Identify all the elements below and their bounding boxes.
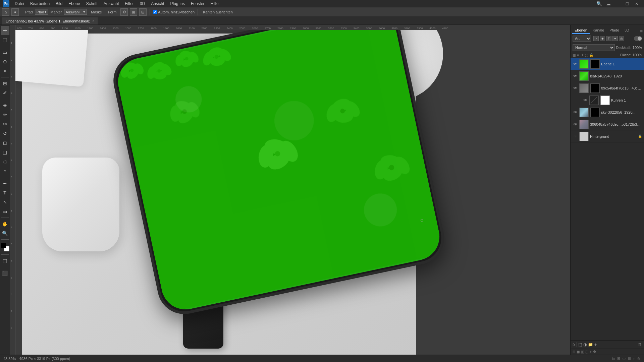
layer-visibility-kurven[interactable]: 👁 [583,98,588,103]
lock-transparent-icon[interactable]: ▦ [573,53,576,57]
tab-ebenen[interactable]: Ebenen [572,27,590,34]
move-tool[interactable]: ✛ [1,26,9,35]
search-type-select[interactable]: Art Name Effekt [573,36,591,42]
filter-type-icon[interactable]: T [606,36,611,41]
bottom-icon-3[interactable]: ◫ [581,350,584,354]
menu-filter[interactable]: Filter [122,1,137,7]
bottom-icon-1[interactable]: ⊞ [573,350,575,354]
menu-auswahl[interactable]: Auswahl [101,1,121,7]
layer-item-sky-hash[interactable]: 👁 09c540e4f70d13...43ce46bd18f3f2 [571,82,644,94]
new-layer-btn[interactable]: + [594,342,597,347]
shape-tool[interactable]: ▭ [1,207,9,216]
layer-item-hintergrund[interactable]: 👁 Hintergrund 🔒 [571,130,644,142]
filter-smart-icon[interactable]: ◎ [619,36,624,41]
bottom-icon-5[interactable]: + [590,350,592,354]
eraser-tool[interactable]: ◻ [1,138,9,147]
magic-wand-tool[interactable]: ✦ [1,67,9,75]
type-tool[interactable]: T [1,188,9,197]
layer-visibility-300[interactable]: 👁 [573,122,578,127]
menu-bild[interactable]: Bild [53,1,65,7]
cloud-btn[interactable]: ☁ [604,0,613,7]
add-group-btn[interactable]: 📁 [588,342,593,347]
menu-datei[interactable]: Datei [12,1,27,7]
brush-tool[interactable]: ✏ [1,110,9,119]
formen-btn[interactable]: Form [106,9,119,15]
filter-pixel-icon[interactable]: ▪ [593,36,599,41]
app-logo[interactable]: Ps [3,0,9,7]
gradient-tool[interactable]: ◫ [1,148,9,157]
autom-checkbox[interactable] [153,10,157,14]
hand-tool[interactable]: ✋ [1,220,9,228]
menu-ebene[interactable]: Ebene [66,1,83,7]
crop-tool[interactable]: ⊞ [1,79,9,88]
layer-visibility-ebene1[interactable]: 👁 [573,61,578,67]
layer-visibility-leaf[interactable]: 👁 [573,73,578,79]
clone-tool[interactable]: ✂ [1,120,9,128]
menu-hilfe[interactable]: Hilfe [208,1,221,7]
lock-artboard-icon[interactable]: ⬚ [585,53,588,57]
home-icon[interactable]: ⌂ [2,8,9,16]
tab-kanaele[interactable]: Kanäle [590,27,607,34]
layer-item-300[interactable]: 👁 306048a5746dec...b3172fb3a6c08 [571,118,644,130]
healing-tool[interactable]: ⊕ [1,101,9,110]
artboard-tool[interactable]: ⬚ [1,36,9,44]
filter-adj-icon[interactable]: ◈ [600,36,605,41]
tab-3d[interactable]: 3D [622,27,632,34]
menu-schrift[interactable]: Schrift [84,1,100,7]
add-adjustment-btn[interactable]: ◑ [583,342,587,347]
menu-3d[interactable]: 3D [137,1,148,7]
filter-toggle[interactable] [634,36,642,41]
marquee-tool[interactable]: ▭ [1,48,9,57]
auswahl-dropdown[interactable]: Auswahl... ▾ [64,9,87,15]
bottom-icon-2[interactable]: ▦ [577,350,580,354]
document-tab[interactable]: Unbenannt-1 bei 43,9% (Ebene 1, Ebenenma… [2,17,98,24]
blend-mode-select[interactable]: Normal Multiplizieren Bildschirm [573,44,615,51]
zoom-tool[interactable]: 🔍 [1,229,9,238]
lock-move-icon[interactable]: ✛ [581,53,584,57]
brush-options-icon[interactable]: ● [11,8,19,16]
panel-collapse-btn[interactable]: ≡ [640,28,643,34]
add-mask-btn[interactable]: ⬚ [578,342,582,347]
close-btn[interactable]: × [632,0,641,7]
tool-separator-8 [1,267,9,267]
foreground-color[interactable] [1,243,6,248]
menu-bearbeiten[interactable]: Bearbeiten [28,1,52,7]
color-picker[interactable] [1,243,9,251]
zahnrad-icon[interactable]: ⚙ [120,8,128,16]
pen-tool[interactable]: ✒ [1,179,9,188]
fx-btn[interactable]: fx [573,343,575,347]
tab-pfade[interactable]: Pfade [607,27,622,34]
layer-item-leaf[interactable]: 👁 leaf-1482948_1920 [571,70,644,82]
minimize-btn[interactable]: ─ [613,0,623,7]
dodge-tool[interactable]: ○ [1,167,9,175]
bottom-icon-4[interactable]: ⬚ [585,350,588,354]
quick-mask-tool[interactable]: ⬚ [1,256,9,265]
delete-layer-btn[interactable]: 🗑 [638,342,642,347]
blur-tool[interactable]: ◌ [1,157,9,166]
maximize-btn[interactable]: □ [623,0,632,7]
layer-item-sky2[interactable]: 👁 sky-3022856_1920... [571,106,644,118]
eyedropper-tool[interactable]: ✐ [1,88,9,97]
lock-all-icon[interactable]: 🔒 [589,53,593,57]
autom-option[interactable]: Autom. hinzu-/löschen [153,10,195,14]
menu-fenster[interactable]: Fenster [188,1,207,7]
maske-btn[interactable]: Maske [89,9,104,15]
pfad-dropdown[interactable]: Pfad ▾ [35,9,49,15]
screen-mode-btn[interactable]: ⬛ [1,269,9,278]
bottom-icon-6[interactable]: 🗑 [593,350,596,354]
search-btn[interactable]: 🔍 [594,0,604,7]
lock-brush-icon[interactable]: ✏ [577,53,580,57]
filter-shape-icon[interactable]: ✦ [612,36,618,41]
align-icon[interactable]: ⊞ [130,8,137,16]
layer-item-kurven[interactable]: 👁 Kurven 1 [571,94,644,106]
menu-plugins[interactable]: Plug-ins [168,1,187,7]
path-select-tool[interactable]: ↖ [1,198,9,206]
tab-close-btn[interactable]: × [93,19,95,23]
distribute-icon[interactable]: ⊟ [139,8,147,16]
lasso-tool[interactable]: ⊙ [1,57,9,66]
history-brush[interactable]: ↺ [1,129,9,138]
menu-ansicht[interactable]: Ansicht [148,1,167,7]
layer-visibility-sky-hash[interactable]: 👁 [573,85,578,91]
layer-visibility-sky2[interactable]: 👁 [573,110,578,115]
layer-item-ebene1[interactable]: 👁 Ebene 1 [571,58,644,70]
